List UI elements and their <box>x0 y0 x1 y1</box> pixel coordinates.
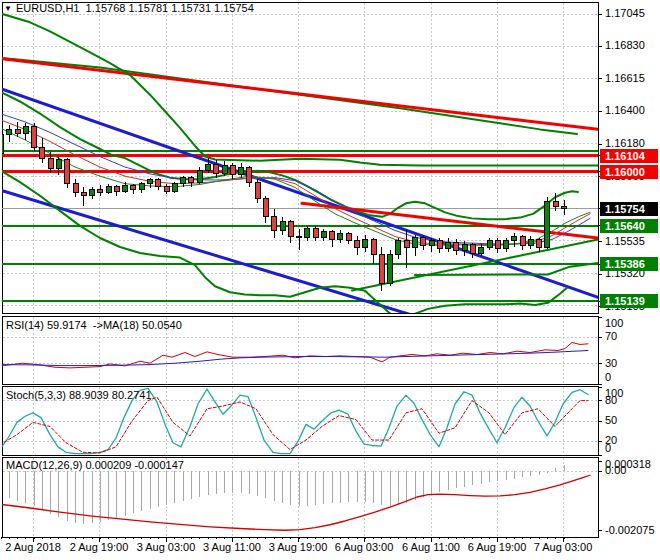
time-axis-label: 6 Aug 03:00 <box>335 541 394 553</box>
candle-bear <box>495 241 500 249</box>
candle-bear <box>297 236 302 238</box>
candle-bear <box>562 206 567 208</box>
candle-bear <box>537 239 542 247</box>
candle-bull <box>139 184 144 190</box>
candle-bear <box>263 199 268 217</box>
candle-bear <box>189 178 194 183</box>
chart-canvas[interactable] <box>0 0 660 560</box>
candle-bull <box>413 238 418 247</box>
candle-bear <box>371 239 376 254</box>
candle-bull <box>446 243 451 249</box>
candle-bear <box>98 190 103 193</box>
candle-bear <box>470 244 475 253</box>
stoch-axis-label: 0 <box>605 442 611 454</box>
price-axis-label: 1.16400 <box>605 104 645 116</box>
macd-axis-label: -0.002075 <box>605 524 655 536</box>
rsi-axis-label: 70 <box>605 330 617 342</box>
candle-bear <box>330 232 335 240</box>
macd-axis-label: 0.00 <box>605 464 626 476</box>
price-badge-1.15754: 1.15754 <box>600 202 658 216</box>
time-axis-label: 2 Aug 2018 <box>5 541 61 553</box>
candle-bear <box>379 255 384 284</box>
candle-bear <box>131 185 136 190</box>
rsi-axis-label: 100 <box>605 317 623 329</box>
candle-bear <box>272 217 277 231</box>
candle-bear <box>288 221 293 236</box>
price-badge-1.16000: 1.16000 <box>600 165 658 179</box>
price-badge-1.15139: 1.15139 <box>600 294 658 308</box>
price-axis-label: 1.15535 <box>605 235 645 247</box>
candle-bull <box>56 160 61 169</box>
candle-bull <box>528 239 533 245</box>
candle-bear <box>65 160 70 184</box>
candle-bear <box>48 158 53 169</box>
candle-bull <box>197 170 202 182</box>
stoch-axis-label: 50 <box>605 414 617 426</box>
candle-bull <box>222 166 227 174</box>
candle-bear <box>454 243 459 251</box>
candle-bull <box>280 221 285 230</box>
candle-bear <box>255 182 260 199</box>
candle-bear <box>114 187 119 192</box>
candle-bull <box>388 255 393 284</box>
price-axis-label: 1.16830 <box>605 39 645 51</box>
candle-bull <box>462 244 467 250</box>
candle-bull <box>487 241 492 247</box>
candle-bull <box>206 164 211 170</box>
candle-bull <box>396 241 401 255</box>
candle-bear <box>214 164 219 173</box>
price-axis-label: 1.16180 <box>605 137 645 149</box>
candle-bull <box>504 241 509 249</box>
candle-bear <box>81 193 86 196</box>
candle-bear <box>164 187 169 192</box>
candle-bull <box>545 202 550 247</box>
candle-bear <box>73 184 78 193</box>
candle-bull <box>148 179 153 184</box>
price-badge-1.15640: 1.15640 <box>600 219 658 233</box>
candle-bear <box>404 241 409 247</box>
time-axis-label: 3 Aug 19:00 <box>269 541 328 553</box>
candle-bear <box>520 236 525 245</box>
candle-bull <box>123 185 128 191</box>
candle-bull <box>106 187 111 193</box>
candle-bull <box>181 178 186 184</box>
time-axis-label: 3 Aug 03:00 <box>137 541 196 553</box>
candle-bear <box>247 167 252 182</box>
candle-bear <box>355 241 360 247</box>
rsi-indicator-label: RSI(14) 59.9174 ->MA(18) 50.0540 <box>6 319 182 331</box>
price-badge-1.16104: 1.16104 <box>600 149 658 163</box>
chart-title-bar: ▼ EURUSD,H1 1.15768 1.15781 1.15731 1.15… <box>4 2 254 14</box>
candle-bull <box>172 184 177 192</box>
time-axis-label: 3 Aug 11:00 <box>203 541 261 553</box>
mt4-chart-window: ▼ EURUSD,H1 1.15768 1.15781 1.15731 1.15… <box>0 0 660 560</box>
time-axis-label: 7 Aug 03:00 <box>534 541 593 553</box>
candle-bull <box>321 232 326 238</box>
rsi-axis-label: 0 <box>605 371 611 383</box>
price-axis-label: 1.16615 <box>605 72 645 84</box>
time-axis-label: 2 Aug 19:00 <box>70 541 129 553</box>
candle-bear <box>437 241 442 249</box>
candle-bull <box>512 236 517 241</box>
candle-bull <box>239 167 244 175</box>
candle-bear <box>32 126 37 147</box>
candle-bear <box>156 179 161 187</box>
candle-bear <box>553 202 558 207</box>
stoch-indicator-label: Stoch(5,3,3) 88.9039 80.2741 <box>6 389 152 401</box>
candle-bear <box>346 233 351 241</box>
candle-bull <box>7 129 12 134</box>
candle-bull <box>479 247 484 253</box>
price-badge-1.15386: 1.15386 <box>600 257 658 271</box>
candle-bear <box>421 238 426 246</box>
dropdown-triangle-icon[interactable]: ▼ <box>4 3 12 14</box>
time-axis-label: 6 Aug 11:00 <box>402 541 460 553</box>
chart-title: EURUSD,H1 1.15768 1.15781 1.15731 1.1575… <box>16 2 254 14</box>
time-axis-label: 6 Aug 19:00 <box>468 541 527 553</box>
candle-bull <box>363 239 368 247</box>
macd-indicator-label: MACD(12,26,9) 0.000209 -0.000147 <box>6 459 184 471</box>
candle-bear <box>40 147 45 158</box>
candle-bull <box>305 229 310 238</box>
candle-bear <box>313 229 318 238</box>
candle-bear <box>15 129 20 133</box>
candle-bear <box>230 166 235 175</box>
price-axis-label: 1.17045 <box>605 7 645 19</box>
